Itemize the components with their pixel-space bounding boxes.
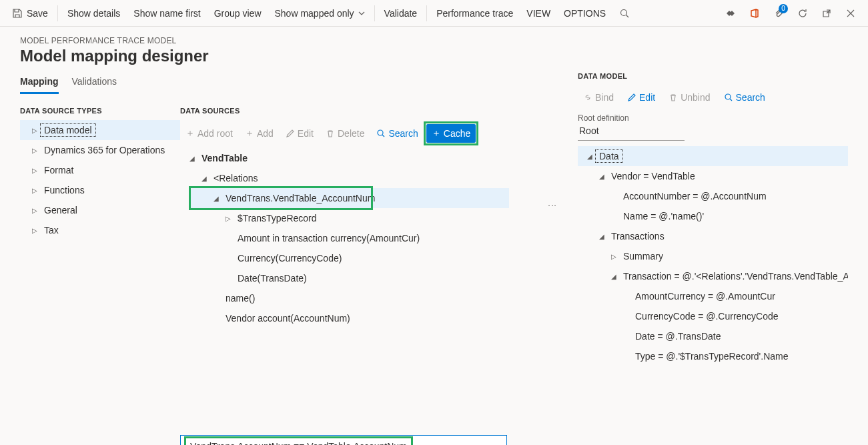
expander-icon [620,333,631,340]
search-icon [619,8,630,19]
ds-node-vendtrans[interactable]: ◢VendTrans.VendTable_AccountNum [191,188,509,208]
connector-icon [725,8,736,19]
ds-node-relations[interactable]: ◢<Relations [180,168,520,188]
ds-node-date[interactable]: Date(TransDate) [180,268,520,288]
svg-point-2 [378,130,383,135]
bind-button[interactable]: Bind [578,88,619,107]
validate-button[interactable]: Validate [378,0,424,27]
expander-icon [211,295,222,302]
search-toolbar-button[interactable] [612,0,636,27]
close-button[interactable] [839,0,863,27]
expander-icon [223,255,234,262]
svg-point-4 [725,94,731,99]
group-view-button[interactable]: Group view [207,0,268,27]
show-mapped-only-dropdown[interactable]: Show mapped only [268,0,372,27]
dm-node-transdate[interactable]: Date = @.TransDate [578,326,848,346]
expander-icon[interactable]: ▷ [608,253,619,260]
expander-icon[interactable]: ▷ [29,127,40,134]
ds-node-name[interactable]: name() [180,288,520,308]
save-icon [12,8,23,19]
root-definition-value[interactable]: Root [578,123,685,141]
unbind-button[interactable]: Unbind [663,88,715,107]
ds-node-amountcur[interactable]: Amount in transaction currency(AmountCur… [180,228,520,248]
expander-icon[interactable]: ▷ [29,187,40,194]
search-button[interactable]: Search [371,124,423,143]
trash-icon [669,93,678,102]
popout-button[interactable] [815,0,839,27]
svg-line-1 [626,15,629,17]
office-button[interactable] [743,0,767,27]
dm-node-vendor[interactable]: ◢Vendor = VendTable [578,166,848,186]
expander-icon[interactable]: ◢ [584,153,595,160]
type-format[interactable]: ▷Format [20,160,180,180]
expander-icon[interactable]: ◢ [608,273,619,280]
edit-button[interactable]: Edit [280,124,319,143]
expander-icon[interactable]: ◢ [187,155,197,162]
attachments-button[interactable]: 0 [767,0,791,27]
delete-button[interactable]: Delete [320,124,370,143]
show-details-button[interactable]: Show details [61,0,127,27]
splitter-handle[interactable]: ⋮ [547,201,558,210]
type-tax[interactable]: ▷Tax [20,220,180,240]
show-name-first-button[interactable]: Show name first [127,0,207,27]
dm-node-summary[interactable]: ▷Summary [578,246,848,266]
root-definition-label: Root definition [578,113,848,123]
link-icon [583,93,592,102]
command-bar: Save Show details Show name first Group … [0,0,868,27]
svg-line-5 [730,99,732,101]
ds-node-currency[interactable]: Currency(CurrencyCode) [180,248,520,268]
type-data-model[interactable]: ▷Data model [20,120,180,140]
ds-node-vendtable[interactable]: ◢VendTable [180,148,520,168]
section-data-model: DATA MODEL [578,72,848,80]
dm-node-transaction[interactable]: ◢Transaction = @.'<Relations'.'VendTrans… [578,266,848,286]
dynamics-connector-button[interactable] [719,0,743,27]
view-button[interactable]: VIEW [520,0,557,27]
dm-node-accountnumber[interactable]: AccountNumber = @.AccountNum [578,186,848,206]
ds-node-accountnum[interactable]: Vendor account(AccountNum) [180,308,520,328]
data-model-tree: ◢Data ◢Vendor = VendTable AccountNumber … [578,146,848,370]
data-model-toolbar: Bind Edit Unbind Search [578,88,848,107]
add-root-button[interactable]: ＋Add root [180,124,238,143]
close-icon [846,9,855,18]
type-general[interactable]: ▷General [20,200,180,220]
expander-icon[interactable]: ▷ [29,207,40,214]
add-button[interactable]: ＋Add [240,124,279,143]
save-button[interactable]: Save [5,0,55,27]
expander-icon[interactable]: ▷ [223,215,234,222]
breadcrumb: MODEL PERFORMANCE TRACE MODEL [20,36,848,45]
separator [374,5,375,21]
expander-icon[interactable]: ◢ [199,175,209,182]
dm-node-name[interactable]: Name = @.'name()' [578,206,848,226]
search-icon [376,129,386,138]
type-functions[interactable]: ▷Functions [20,180,180,200]
pencil-icon [286,129,295,138]
performance-trace-button[interactable]: Performance trace [430,0,520,27]
ds-node-transtyperecord[interactable]: ▷$TransTypeRecord [180,208,520,228]
dm-edit-button[interactable]: Edit [622,88,661,107]
expander-icon[interactable]: ▷ [29,167,40,174]
expander-icon[interactable]: ▷ [29,147,40,154]
refresh-button[interactable] [791,0,815,27]
tab-mapping[interactable]: Mapping [20,72,59,94]
formula-input[interactable]: VendTrans.AccountNum == VendTable.Accoun… [180,435,507,445]
dm-node-data[interactable]: ◢Data [578,146,848,166]
options-button[interactable]: OPTIONS [557,0,612,27]
refresh-icon [797,8,808,19]
tab-validations[interactable]: Validations [72,72,117,94]
expander-icon [620,353,631,360]
trash-icon [326,129,335,138]
cache-button[interactable]: ＋Cache [426,124,476,143]
expander-icon[interactable]: ◢ [596,233,607,240]
type-d365fo[interactable]: ▷Dynamics 365 for Operations [20,140,180,160]
dm-node-currencycode[interactable]: CurrencyCode = @.CurrencyCode [578,306,848,326]
dm-node-type[interactable]: Type = @.'$TransTypeRecord'.Name [578,346,848,366]
dm-search-button[interactable]: Search [719,88,771,107]
plus-icon: ＋ [432,127,441,139]
chevron-down-icon [358,10,365,17]
dm-node-amountcurrency[interactable]: AmountCurrency = @.AmountCur [578,286,848,306]
expander-icon[interactable]: ◢ [211,195,222,202]
save-label: Save [27,8,48,19]
expander-icon[interactable]: ▷ [29,227,40,234]
expander-icon[interactable]: ◢ [596,173,607,180]
dm-node-transactions[interactable]: ◢Transactions [578,226,848,246]
